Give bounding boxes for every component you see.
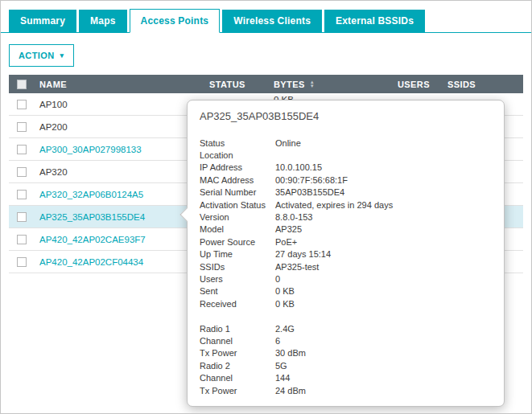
detail-row: Sent 0 KB [200,285,492,297]
popover-title: AP325_35AP03B155DE4 [200,110,492,122]
row-checkbox[interactable] [17,190,27,199]
detail-label: Tx Power [200,348,275,358]
detail-label: Users [200,274,275,284]
detail-label: Model [200,224,275,234]
detail-row: Version 8.8.0-153 [200,211,492,223]
detail-label: IP Address [200,162,275,172]
ap-name[interactable]: AP420_42AP02CF04434 [35,257,204,267]
detail-value: PoE+ [275,237,297,247]
detail-row: Activation Status Activated, expires in … [200,199,492,211]
ap-name[interactable]: AP420_42AP02CAE93F7 [35,235,204,244]
row-checkbox[interactable] [17,122,27,132]
detail-value: AP325 [275,224,302,234]
row-checkbox[interactable] [17,235,27,244]
detail-value: 0 KB [275,299,295,309]
ap-name[interactable]: AP300_30AP027998133 [35,145,204,154]
detail-label: Radio 2 [200,361,275,371]
chevron-down-icon: ▾ [60,52,64,59]
row-checkbox[interactable] [17,100,27,109]
row-checkbox-cell [9,212,35,222]
row-checkbox-cell [9,190,35,199]
detail-label: Version [200,212,275,222]
row-checkbox-cell [9,235,35,244]
detail-value: 6 [275,336,280,346]
detail-value: 8.8.0-153 [275,212,312,222]
row-checkbox-cell [9,257,35,267]
row-checkbox-cell [9,122,35,132]
row-checkbox[interactable] [17,257,27,267]
detail-row: Tx Power 24 dBm [200,384,492,396]
table-header: NAME STATUS BYTES ▲▼ USERS SSIDS [9,75,523,93]
column-header-users[interactable]: USERS [393,80,443,89]
tab-summary[interactable]: Summary [9,10,76,32]
detail-row: Power Source PoE+ [200,236,492,248]
app-window: Summary Maps Access Points Wireless Clie… [0,0,532,414]
detail-row: Radio 1 2.4G [200,322,492,334]
sort-icon: ▲▼ [310,80,315,88]
detail-row: Tx Power 30 dBm [200,347,492,359]
detail-row: SSIDs AP325-test [200,260,492,273]
detail-label: Serial Number [200,187,275,197]
tab-external-bssids[interactable]: External BSSIDs [324,10,425,32]
tab-bar: Summary Maps Access Points Wireless Clie… [1,1,531,33]
detail-label: Status [200,138,275,148]
select-all-checkbox[interactable] [17,80,27,89]
action-button-label: ACTION [19,51,55,60]
detail-row: Status Online [200,137,492,149]
column-header-bytes[interactable]: BYTES ▲▼ [269,80,393,89]
ap-name[interactable]: AP200 [35,122,204,132]
tab-label: Access Points [141,15,209,27]
detail-value: 144 [275,373,290,383]
detail-label: MAC Address [200,175,275,185]
ap-name[interactable]: AP320 [35,167,204,177]
ap-name[interactable]: AP100 [35,100,204,109]
detail-row: Up Time 27 days 15:14 [200,248,492,260]
column-header-ssids[interactable]: SSIDS [443,80,523,89]
tab-wireless-clients[interactable]: Wireless Clients [222,10,322,32]
tab-access-points[interactable]: Access Points [130,9,221,33]
detail-value: 35AP03B155DE4 [275,187,344,197]
ap-name[interactable]: AP325_35AP03B155DE4 [35,212,204,222]
detail-value: 2.4G [275,324,295,334]
detail-row: Location [200,149,492,161]
detail-value: 00:90:7F:56:68:1F [275,175,348,185]
detail-label: Location [200,150,275,160]
column-header-status[interactable]: STATUS [204,80,269,89]
detail-label: Channel [200,373,275,383]
tab-label: Maps [90,15,115,27]
action-button[interactable]: ACTION ▾ [9,44,74,67]
detail-value: Activated, expires in 294 days [275,200,393,210]
tab-label: Summary [20,15,65,27]
detail-value: 0 [275,274,280,284]
detail-row: Model AP325 [200,223,492,236]
detail-label: Activation Status [200,200,275,210]
ap-details-list: Status Online Location IP Address 10.0.1… [200,137,492,396]
select-all-cell [9,80,35,89]
detail-label: Radio 1 [200,324,275,334]
detail-label: Up Time [200,249,275,259]
detail-row: Users 0 [200,273,492,285]
row-checkbox[interactable] [17,145,27,154]
ap-name[interactable]: AP320_32AP06B0124A5 [35,190,204,199]
detail-label: SSIDs [200,262,275,272]
detail-label: Tx Power [200,386,275,396]
detail-row: Received 0 KB [200,297,492,309]
tab-maps[interactable]: Maps [79,10,126,32]
detail-value: AP325-test [275,262,319,272]
row-checkbox[interactable] [17,212,27,222]
tab-label: Wireless Clients [233,15,311,27]
detail-value: 5G [275,361,287,371]
column-header-name[interactable]: NAME [35,80,204,89]
detail-value: 10.0.100.15 [275,162,322,172]
detail-label: Received [200,299,275,309]
detail-row: MAC Address 00:90:7F:56:68:1F [200,174,492,186]
toolbar: ACTION ▾ [9,44,523,67]
detail-label: Channel [200,336,275,346]
detail-row: Radio 2 5G [200,359,492,371]
detail-row: Channel 6 [200,334,492,346]
row-checkbox-cell [9,100,35,109]
detail-value: 24 dBm [275,386,306,396]
detail-label: Power Source [200,237,275,247]
detail-value: 27 days 15:14 [275,249,331,259]
row-checkbox[interactable] [17,167,27,177]
